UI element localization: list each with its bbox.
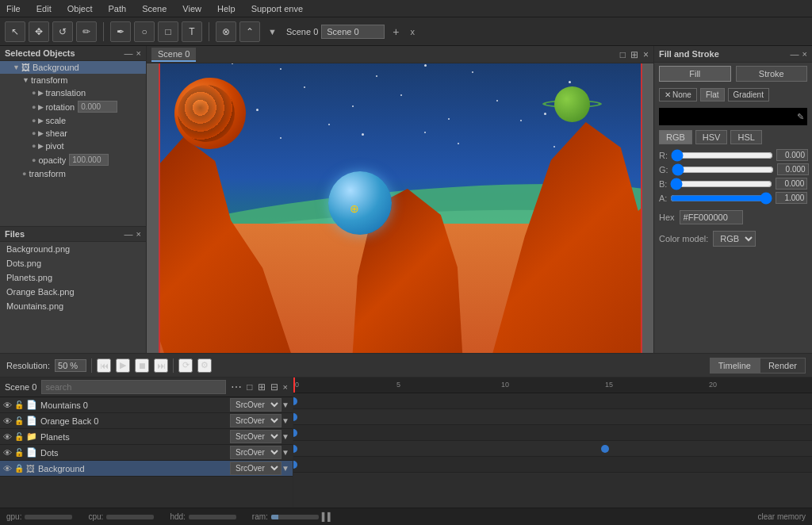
- tl-ruler[interactable]: 0 5 10 15 20: [293, 377, 812, 393]
- tl-kf-planets-0[interactable]: [293, 429, 297, 437]
- tl-lock-planets[interactable]: 🔓: [14, 432, 24, 441]
- tl-eye-orange-back[interactable]: 👁: [3, 416, 12, 426]
- files-close-icon[interactable]: ×: [136, 229, 141, 239]
- tl-blend-planets[interactable]: SrcOver: [230, 430, 282, 443]
- tl-layer-mountains[interactable]: 👁 🔓 📄 Mountains 0 SrcOver ▼: [0, 397, 293, 413]
- select-tool[interactable]: ↖: [5, 21, 25, 42]
- move-tool[interactable]: ✥: [29, 21, 49, 42]
- tree-arrow-shear[interactable]: ▶: [38, 129, 44, 137]
- hex-input[interactable]: [680, 210, 743, 224]
- stop-btn[interactable]: ⏹: [135, 358, 149, 373]
- panel-close-icon[interactable]: ×: [136, 48, 141, 58]
- rect-tool[interactable]: □: [158, 21, 178, 42]
- opacity-value-input[interactable]: [69, 154, 109, 166]
- tl-eye-planets[interactable]: 👁: [3, 432, 12, 442]
- menu-file[interactable]: File: [3, 2, 24, 15]
- tree-arrow-rotation[interactable]: ▶: [38, 103, 44, 111]
- tl-lock-orange-back[interactable]: 🔓: [14, 416, 24, 425]
- tl-layer-dots[interactable]: 👁 🔓 📄 Dots SrcOver ▼: [0, 445, 293, 461]
- tl-blend-arrow-background[interactable]: ▼: [282, 464, 289, 473]
- tl-kf-dots-0[interactable]: [293, 445, 297, 453]
- g-slider[interactable]: [672, 166, 774, 174]
- play-btn[interactable]: ▶: [116, 358, 130, 373]
- fs-minimize-icon[interactable]: —: [791, 49, 799, 59]
- a-slider[interactable]: [670, 194, 772, 202]
- tl-dots-icon[interactable]: ⋯: [231, 381, 242, 393]
- menu-path[interactable]: Path: [105, 2, 130, 15]
- menu-support[interactable]: Support enve: [248, 2, 306, 15]
- tl-blend-arrow-orange-back[interactable]: ▼: [282, 416, 289, 425]
- r-slider[interactable]: [671, 151, 773, 159]
- tree-translation-item[interactable]: ● ▶ translation: [0, 86, 146, 99]
- rotate-tool[interactable]: ↺: [52, 21, 73, 42]
- text-tool[interactable]: T: [182, 21, 202, 42]
- tree-pivot-item[interactable]: ● ▶ pivot: [0, 140, 146, 152]
- pen-tool[interactable]: ✏: [76, 21, 97, 42]
- b-slider[interactable]: [670, 180, 772, 188]
- tl-blend-mountains[interactable]: SrcOver: [230, 398, 282, 412]
- tl-lock-background[interactable]: 🔒: [14, 464, 24, 473]
- tl-eye-dots[interactable]: 👁: [3, 448, 12, 458]
- tree-background-item[interactable]: ▼ 🖼 Background: [0, 61, 146, 74]
- tl-blend-dots[interactable]: SrcOver: [230, 446, 282, 459]
- tl-blend-arrow-planets[interactable]: ▼: [282, 432, 289, 441]
- tl-kf-orange-0[interactable]: [293, 413, 297, 421]
- tree-scale-item[interactable]: ● ▶ scale: [0, 114, 146, 127]
- menu-scene[interactable]: Scene: [139, 2, 170, 15]
- r-value[interactable]: [776, 149, 808, 161]
- fs-close-icon[interactable]: ×: [802, 49, 807, 59]
- rgb-tab[interactable]: RGB: [659, 130, 692, 144]
- canvas-close-icon[interactable]: ×: [643, 49, 649, 60]
- tl-settings-icon[interactable]: ⊟: [270, 381, 278, 393]
- timeline-tab[interactable]: Timeline: [710, 358, 760, 374]
- files-minimize-icon[interactable]: —: [124, 229, 133, 239]
- tl-lock-mountains[interactable]: 🔓: [14, 400, 24, 409]
- tl-blend-arrow-dots[interactable]: ▼: [282, 448, 289, 457]
- file-dots[interactable]: Dots.png: [0, 256, 146, 270]
- tree-transform-effects-item[interactable]: ● transform: [0, 167, 146, 180]
- b-value[interactable]: [776, 178, 807, 190]
- tree-arrow-pivot[interactable]: ▶: [38, 142, 44, 150]
- hsv-tab[interactable]: HSV: [695, 130, 728, 144]
- tl-playhead[interactable]: [293, 377, 295, 393]
- none-btn[interactable]: ✕ None: [659, 88, 697, 102]
- tl-eye-background[interactable]: 👁: [3, 464, 12, 473]
- tl-kf-background-0[interactable]: [293, 461, 297, 469]
- tree-opacity-item[interactable]: ● opacity: [0, 152, 146, 167]
- tl-search-input[interactable]: [41, 380, 226, 394]
- play-back-btn[interactable]: ⏮: [97, 358, 111, 373]
- canvas-viewport[interactable]: ⊕: [147, 63, 653, 353]
- menu-help[interactable]: Help: [214, 2, 239, 15]
- circle-tool[interactable]: ○: [134, 21, 155, 42]
- a-value[interactable]: [776, 192, 807, 204]
- tl-layer-planets[interactable]: 👁 🔓 📁 Planets SrcOver ▼: [0, 429, 293, 445]
- tree-arrow-translation[interactable]: ▶: [38, 89, 44, 97]
- tl-close-icon[interactable]: ×: [283, 382, 288, 392]
- fill-tab[interactable]: Fill: [659, 66, 731, 82]
- play-forward-btn[interactable]: ⏭: [154, 358, 168, 373]
- tl-blend-orange-back[interactable]: SrcOver: [230, 414, 282, 427]
- file-orange-back[interactable]: Orange Back.png: [0, 285, 146, 299]
- tl-add-layer-icon[interactable]: □: [247, 381, 252, 393]
- file-background[interactable]: Background.png: [0, 242, 146, 256]
- tl-kf-mountains-0[interactable]: [293, 397, 297, 405]
- resolution-input[interactable]: [55, 359, 86, 372]
- tl-layer-background[interactable]: 👁 🔒 🖼 Background SrcOver ▼: [0, 461, 293, 477]
- color-preview[interactable]: ✎: [659, 108, 807, 125]
- tl-group-icon[interactable]: ⊞: [258, 381, 266, 393]
- menu-view[interactable]: View: [179, 2, 205, 15]
- refresh-btn[interactable]: ⟳: [178, 358, 193, 373]
- tree-arrow-transform[interactable]: ▼: [22, 76, 29, 84]
- file-planets[interactable]: Planets.png: [0, 270, 146, 285]
- hsl-tab[interactable]: HSL: [730, 130, 761, 144]
- file-mountains[interactable]: Mountains.png: [0, 299, 146, 313]
- tl-eye-mountains[interactable]: 👁: [3, 400, 12, 410]
- draw-tool[interactable]: ✒: [110, 21, 131, 42]
- tree-arrow-scale[interactable]: ▶: [38, 117, 44, 125]
- canvas-minimize-icon[interactable]: □: [620, 49, 626, 60]
- canvas-tab-scene0[interactable]: Scene 0: [151, 48, 196, 62]
- menu-edit[interactable]: Edit: [33, 2, 55, 15]
- tree-rotation-item[interactable]: ● ▶ rotation: [0, 99, 146, 114]
- scene-input[interactable]: [321, 25, 385, 39]
- g-value[interactable]: [777, 163, 809, 175]
